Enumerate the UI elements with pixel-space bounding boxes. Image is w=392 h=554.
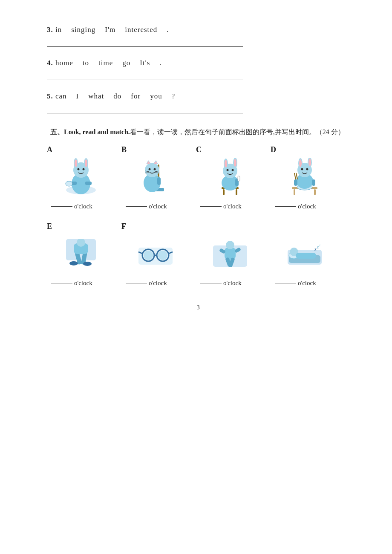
sentence-4-words: home to time go It's .: [55, 59, 162, 67]
oclock-item-E: o'clock: [47, 280, 121, 287]
svg-point-50: [301, 168, 303, 170]
oclock-text-H: o'clock: [298, 280, 316, 287]
label-G: [196, 222, 198, 231]
cartoon-B-svg: [134, 158, 177, 196]
answer-line-3: [47, 38, 243, 47]
svg-rect-26: [157, 177, 161, 185]
svg-text:z: z: [317, 245, 319, 249]
blank-G: [200, 283, 222, 283]
svg-point-20: [149, 168, 151, 170]
image-item-D: D: [271, 145, 345, 199]
image-item-C: C: [196, 145, 271, 199]
section-5-header: 五、Look, read and match.看一看，读一读，然后在句子前面标出…: [47, 126, 349, 138]
svg-point-8: [83, 168, 85, 170]
sentence-5-words: can I what do for you ?: [55, 92, 175, 101]
image-B: [130, 156, 181, 199]
label-H: [271, 222, 273, 231]
oclock-item-H: o'clock: [271, 280, 345, 287]
label-B: B: [121, 145, 127, 154]
blank-F: [126, 283, 147, 283]
image-D: [279, 156, 330, 199]
svg-rect-63: [138, 248, 173, 265]
image-row-2: E F: [47, 222, 349, 275]
svg-point-48: [299, 159, 302, 167]
blank-A: [51, 206, 72, 207]
page-content: 3. in singing I'm interested . 4. home t…: [0, 0, 392, 337]
image-G: [205, 233, 256, 275]
oclock-text-C: o'clock: [223, 203, 242, 210]
label-F: F: [121, 222, 126, 231]
oclock-row-2: o'clock o'clock o'clock o'clock: [47, 280, 349, 287]
svg-point-15: [145, 163, 159, 177]
image-item-G: [196, 222, 271, 275]
sentence-3-words: in singing I'm interested .: [55, 26, 169, 34]
image-H: z z z: [279, 233, 330, 275]
oclock-item-C: o'clock: [196, 203, 271, 210]
cartoon-C-svg: [209, 158, 251, 196]
section-5-instruction: 看一看，读一读，然后在句子前面标出图的序号,并写出时间。（24 分）: [130, 128, 345, 136]
svg-point-49: [308, 159, 311, 166]
svg-rect-29: [236, 189, 237, 195]
oclock-row-1: o'clock o'clock o'clock o'clock: [47, 203, 349, 210]
image-item-H: z z z: [271, 222, 345, 275]
image-A: [55, 156, 107, 199]
blank-H: [275, 283, 296, 283]
label-D: D: [271, 145, 276, 154]
svg-rect-39: [238, 176, 240, 181]
svg-point-21: [154, 168, 156, 170]
svg-point-70: [158, 251, 167, 260]
oclock-text-G: o'clock: [223, 280, 242, 287]
page-number-text: 3: [196, 304, 200, 311]
cartoon-A-svg: [60, 158, 102, 196]
cartoon-D-svg: [283, 158, 326, 196]
oclock-item-A: o'clock: [47, 203, 121, 210]
svg-point-59: [69, 261, 78, 265]
sentence-4-number: 4.: [47, 59, 53, 67]
cartoon-F-svg: [136, 239, 175, 269]
sentence-4: 4. home to time go It's .: [47, 59, 349, 67]
svg-text:z: z: [314, 246, 317, 252]
cartoon-E-svg: [62, 239, 100, 269]
image-item-A: A: [47, 145, 121, 199]
svg-point-37: [232, 169, 234, 171]
label-E: E: [47, 222, 52, 231]
svg-point-69: [144, 251, 153, 260]
oclock-item-G: o'clock: [196, 280, 271, 287]
svg-point-73: [226, 241, 234, 249]
svg-point-34: [225, 160, 227, 167]
label-A: A: [47, 145, 52, 154]
image-row-1: A: [47, 145, 349, 199]
blank-B: [126, 206, 147, 207]
svg-point-60: [83, 262, 92, 266]
image-E: [55, 233, 107, 275]
blank-C: [200, 206, 222, 207]
oclock-item-F: o'clock: [121, 280, 196, 287]
image-C: [205, 156, 256, 199]
svg-point-5: [75, 159, 77, 167]
svg-point-35: [234, 159, 236, 167]
sentence-3-number: 3.: [47, 26, 53, 34]
svg-point-36: [227, 169, 229, 171]
svg-rect-11: [85, 182, 92, 185]
sentence-3: 3. in singing I'm interested .: [47, 26, 349, 34]
page-number: 3: [47, 304, 349, 311]
svg-rect-52: [294, 179, 297, 186]
oclock-text-E: o'clock: [74, 280, 92, 287]
cartoon-G-svg: [211, 239, 249, 269]
svg-point-10: [66, 181, 72, 186]
svg-rect-82: [296, 253, 316, 259]
svg-rect-41: [294, 189, 295, 195]
blank-E: [51, 283, 72, 283]
label-C: C: [196, 145, 202, 154]
svg-point-51: [306, 168, 308, 170]
sentence-5: 5. can I what do for you ?: [47, 92, 349, 101]
svg-point-7: [78, 168, 80, 170]
svg-rect-28: [223, 189, 225, 195]
oclock-text-A: o'clock: [74, 203, 92, 210]
image-item-F: F: [121, 222, 196, 275]
oclock-item-D: o'clock: [271, 203, 345, 210]
sentence-5-number: 5.: [47, 92, 53, 100]
oclock-text-F: o'clock: [149, 280, 167, 287]
image-F: [130, 233, 181, 275]
svg-rect-72: [225, 248, 236, 260]
